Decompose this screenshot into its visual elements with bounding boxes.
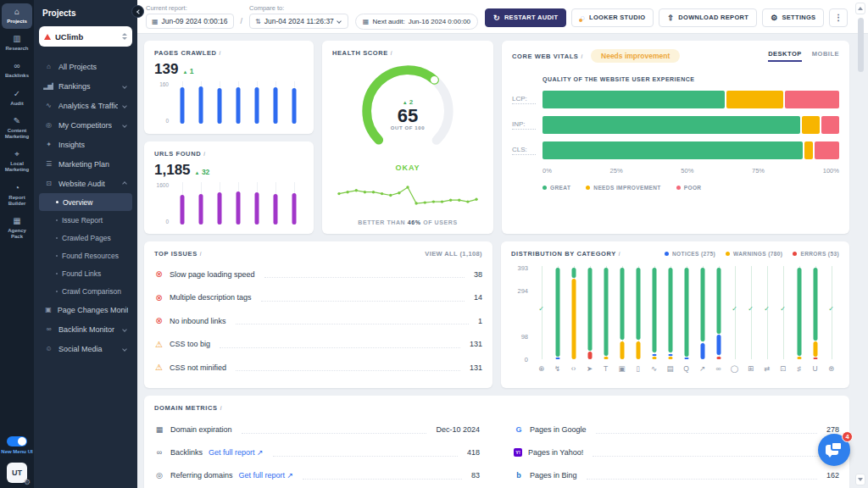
rail-item-projects[interactable]: ⌂ Projects: [2, 3, 32, 29]
info-icon[interactable]: i: [220, 50, 221, 56]
arrow-down-icon: [858, 478, 863, 481]
category-column-pages[interactable]: [662, 266, 678, 359]
metric-row-domain-expiration: ▦ Domain expiration Dec-10 2024: [154, 419, 480, 441]
top-issues-card: TOP ISSUES i VIEW ALL (1,108) ⊗ Slow pag…: [144, 241, 492, 388]
sidebar-subitem-crawled-pages[interactable]: Crawled Pages: [39, 229, 132, 247]
error-icon: ⊗: [154, 293, 164, 302]
health-score-trend: [336, 182, 480, 211]
category-column-redirects[interactable]: ✓: [759, 266, 775, 359]
tab-mobile[interactable]: MOBILE: [812, 50, 839, 62]
project-selector[interactable]: UClimb: [39, 26, 132, 47]
category-column-security[interactable]: ✓: [726, 266, 743, 359]
category-column-analytics[interactable]: [646, 266, 662, 359]
issue-row[interactable]: ⊗ No inbound links 1: [154, 309, 482, 333]
info-icon[interactable]: i: [581, 53, 582, 59]
rail-item-backlinks[interactable]: ∞ Backlinks: [2, 58, 32, 83]
project-logo-icon: [44, 34, 51, 40]
sidebar-item-website-audit[interactable]: ⊡ Website Audit: [39, 174, 132, 193]
social-media-icon: ☺: [43, 345, 53, 352]
rail-item-local-marketing[interactable]: ⌖ Local Marketing: [2, 146, 32, 177]
sidebar-item-backlink-monitor[interactable]: ∞ Backlink Monitor: [39, 319, 132, 339]
issue-row[interactable]: ⊗ Multiple description tags 14: [154, 286, 482, 310]
content-marketing-icon: ✎: [14, 116, 20, 126]
scrollbar-thumb[interactable]: [858, 18, 864, 72]
sidebar-subitem-crawl-comparison[interactable]: Crawl Comparison: [39, 282, 132, 300]
get-full-report-link[interactable]: Get full report ↗: [239, 471, 294, 480]
sidebar-item-analytics-traffic[interactable]: ∿ Analytics & Traffic: [39, 96, 132, 115]
info-icon[interactable]: i: [220, 405, 222, 411]
issue-row[interactable]: ⚠ CSS too big 131: [154, 333, 482, 357]
restart-audit-button[interactable]: ↻ RESTART AUDIT: [485, 8, 566, 27]
chat-widget-button[interactable]: 4: [818, 434, 850, 466]
next-audit-pill[interactable]: ▦ Next audit: Jun-16 2024 0:00:00: [355, 14, 478, 30]
sidebar-item-social-media[interactable]: ☺ Social Media: [39, 339, 132, 358]
info-icon[interactable]: i: [203, 151, 205, 157]
more-options-button[interactable]: ⋮: [829, 8, 848, 27]
get-full-report-link[interactable]: Get full report ↗: [209, 448, 264, 457]
view-all-link[interactable]: VIEW ALL (1,108): [425, 250, 482, 258]
icon-rail: ⌂ Projects ▥ Research ∞ Backlinks ✓ Audi…: [0, 0, 34, 488]
sidebar-item-marketing-plan[interactable]: ☰ Marketing Plan: [39, 154, 132, 174]
up-arrow-icon: ▲: [182, 69, 187, 75]
up-arrow-icon: ▲: [195, 170, 200, 175]
sidebar-item-rankings[interactable]: ▂▅▇ Rankings: [39, 76, 132, 96]
download-report-button[interactable]: ⇧ DOWNLOAD REPORT: [659, 8, 757, 27]
category-column-search[interactable]: [678, 266, 694, 359]
info-icon[interactable]: i: [619, 251, 620, 257]
bar: [285, 182, 303, 225]
crawl-stats-column: PAGES CRAWLED i 139 ▲ 1 1600: [144, 41, 314, 234]
category-column-links[interactable]: [581, 266, 598, 359]
category-column-mobile[interactable]: [630, 266, 646, 359]
domain-metrics-grid: ▦ Domain expiration Dec-10 2024 ∞ Backli…: [154, 419, 839, 487]
category-column-images[interactable]: [614, 266, 630, 359]
category-column-duplicates[interactable]: ✓: [743, 266, 759, 359]
category-column-external-links[interactable]: [694, 266, 710, 359]
rail-item-research[interactable]: ▥ Research: [2, 30, 32, 56]
compare-to-datepicker[interactable]: ⇅ Jun-04 2024 11:26:37: [249, 14, 348, 29]
scroll-up-button[interactable]: [855, 3, 865, 14]
health-score-status: OKAY: [332, 164, 483, 172]
distribution-title: DISTRIBUTION BY CATEGORY: [511, 250, 616, 258]
issue-row[interactable]: ⊗ Slow page loading speed 38: [154, 263, 482, 286]
sidebar-item-insights[interactable]: ✦ Insights: [39, 135, 132, 154]
sidebar-item-my-competitors[interactable]: ◎ My Competitors: [39, 115, 132, 135]
current-report-datepicker[interactable]: ▦ Jun-09 2024 0:00:16: [146, 14, 234, 29]
bar: [248, 182, 266, 225]
category-column-code[interactable]: [565, 266, 581, 359]
sidebar-subitem-found-resources[interactable]: Found Resources: [39, 247, 132, 264]
sidebar-subitem-overview[interactable]: Overview: [39, 193, 132, 211]
agency-pack-icon: ▦: [13, 216, 20, 226]
tab-desktop[interactable]: DESKTOP: [768, 50, 802, 62]
rail-item-audit[interactable]: ✓ Audit: [2, 86, 32, 111]
category-column-performance[interactable]: [549, 266, 565, 359]
category-column-crawling[interactable]: ✓: [533, 266, 549, 359]
info-icon[interactable]: i: [200, 251, 202, 257]
sidebar-item-all-projects[interactable]: ⌂ All Projects: [39, 57, 132, 76]
user-avatar[interactable]: UT ⚙: [7, 463, 27, 483]
sidebar-collapse-button[interactable]: [131, 5, 144, 18]
issue-row[interactable]: ⚠ CSS not minified 131: [154, 356, 482, 380]
new-menu-ui-toggle[interactable]: [7, 436, 27, 446]
category-column-usability[interactable]: [807, 266, 823, 359]
category-column-www[interactable]: ✓: [823, 266, 839, 359]
settings-button[interactable]: ⚙ SETTINGS: [762, 8, 824, 27]
rail-item-agency-pack[interactable]: ▦ Agency Pack: [2, 213, 32, 244]
sidebar-item-page-changes-monitor[interactable]: ▣ Page Changes Monitor: [39, 300, 132, 319]
sidebar-subitem-issue-report[interactable]: Issue Report: [39, 211, 132, 229]
looker-studio-button[interactable]: ◌ LOOKER STUDIO: [571, 8, 654, 27]
rail-item-report-builder[interactable]: ◔ Report Builder: [2, 180, 32, 211]
category-column-text[interactable]: [598, 266, 614, 359]
info-icon[interactable]: i: [391, 50, 392, 56]
vertical-scrollbar[interactable]: [855, 3, 865, 485]
scroll-down-button[interactable]: [855, 474, 865, 485]
category-column-url[interactable]: [710, 266, 726, 359]
warning-icon: ⚠: [154, 340, 164, 349]
category-column-meta[interactable]: ✓: [775, 266, 791, 359]
category-analytics-icon: ∿: [646, 364, 662, 373]
rail-item-content-marketing[interactable]: ✎ Content Marketing: [2, 113, 32, 144]
category-column-filters[interactable]: [791, 266, 807, 359]
health-score-value: 65: [398, 106, 418, 125]
check-icon: ✓: [538, 305, 544, 313]
sidebar-subitem-found-links[interactable]: Found Links: [39, 264, 132, 282]
metric-row-referring-domains: ◎ Referring domains Get full report ↗ 83: [154, 464, 480, 487]
